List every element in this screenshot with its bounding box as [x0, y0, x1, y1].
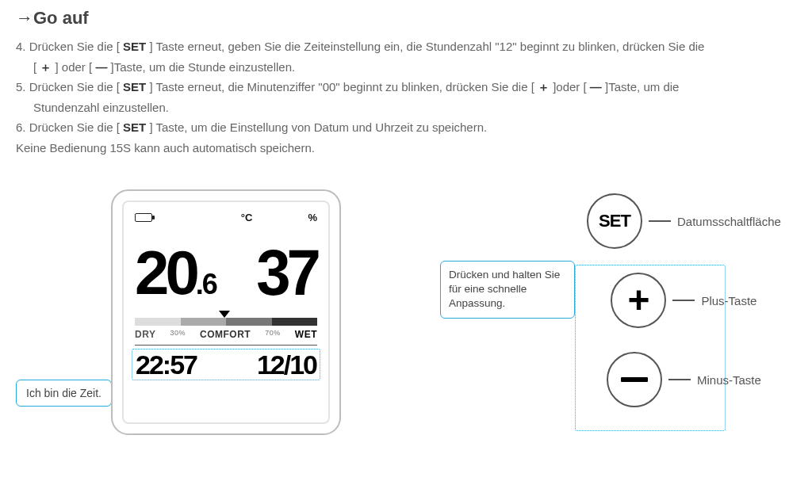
plus-sym: ＋ [538, 80, 550, 94]
set-text: SET [123, 120, 146, 134]
connector-line [649, 220, 671, 222]
minus-sym: — [95, 60, 107, 74]
plus-button-row: + Plus-Taste [611, 273, 756, 328]
text: 6. Drücken Sie die [ [16, 120, 123, 134]
device-screen: °C % 20.6 37 DRY [122, 200, 330, 424]
temp-int: 20 [135, 238, 196, 307]
date-value: 12/10 [257, 351, 316, 378]
minus-sym: — [590, 80, 602, 94]
section-heading: →Go auf [16, 8, 796, 29]
label-dry: DRY [135, 329, 155, 340]
auto-save-note: Keine Bedienung 15S kann auch automatisc… [16, 138, 796, 158]
set-text: SET [123, 80, 146, 94]
minus-button-row: Minus-Taste [607, 352, 761, 407]
minus-button[interactable] [607, 352, 662, 407]
battery-icon [135, 213, 152, 222]
set-button-row: SET Datumsschaltfläche [587, 193, 781, 249]
buttons-column: SET Datumsschaltfläche + Plus-Taste Minu… [587, 193, 781, 407]
unit-row: °C % [241, 212, 317, 223]
humidity-value: 37 [256, 240, 317, 305]
step-6: 6. Drücken Sie die [ SET ] Taste, um die… [16, 117, 796, 138]
plus-button-label: Plus-Taste [701, 294, 756, 307]
step-5-cont: Stundenzahl einzustellen. [16, 97, 796, 118]
plus-button[interactable]: + [611, 273, 666, 328]
set-button-label: Datumsschaltfläche [677, 215, 781, 228]
text: ]oder [ [550, 80, 590, 94]
minus-button-label: Minus-Taste [697, 373, 761, 387]
text: 5. Drücken Sie die [ [16, 80, 123, 94]
set-button[interactable]: SET [587, 193, 642, 249]
time-callout: Ich bin die Zeit. [16, 380, 112, 407]
time-date-row: 22:57 12/10 [132, 349, 320, 380]
text: ]Taste, um die [602, 80, 680, 94]
big-readout: 20.6 37 [135, 224, 317, 304]
text: 4. Drücken Sie die [ [16, 40, 123, 53]
step-5: 5. Drücken Sie die [ SET ] Taste erneut,… [16, 77, 796, 97]
label-comfort: COMFORT [200, 329, 251, 340]
set-text: SET [123, 40, 146, 53]
label-wet: WET [295, 329, 317, 340]
label-30: 30% [170, 329, 186, 340]
label-70: 70% [265, 329, 281, 340]
plus-sym: ＋ [40, 60, 52, 74]
comfort-pointer-icon [219, 311, 230, 318]
figure-area: Ich bin die Zeit. °C % 20.6 37 [16, 174, 796, 459]
connector-line [672, 300, 695, 301]
step-4: 4. Drücken Sie die [ SET ] Taste erneut,… [16, 36, 796, 57]
step-4-cont: [ ＋ ] oder [ — ]Taste, um die Stunde ein… [16, 57, 796, 78]
humidity-unit: % [308, 212, 317, 223]
instruction-list: 4. Drücken Sie die [ SET ] Taste erneut,… [16, 36, 796, 158]
hold-callout: Drücken und halten Sie für eine schnelle… [440, 261, 575, 319]
temp-dec: .6 [196, 268, 216, 300]
minus-icon [621, 377, 648, 382]
text: ] oder [ [52, 60, 95, 74]
text: ]Taste, um die Stunde einzustellen. [107, 60, 295, 74]
thermo-device: °C % 20.6 37 DRY [111, 189, 341, 435]
temperature-value: 20.6 [135, 242, 216, 304]
time-value: 22:57 [136, 351, 197, 378]
comfort-scale: DRY 30% COMFORT 70% WET [135, 318, 317, 340]
text: ] Taste, um die Einstellung von Datum un… [146, 120, 487, 134]
device-wrap: Ich bin die Zeit. °C % 20.6 37 [111, 189, 341, 435]
connector-line [668, 379, 691, 380]
top-row: °C % [135, 210, 317, 224]
comfort-bar [135, 318, 317, 326]
text: ] Taste erneut, die Minutenziffer "00" b… [146, 80, 538, 94]
divider [135, 345, 317, 346]
comfort-labels: DRY 30% COMFORT 70% WET [135, 329, 317, 340]
temp-unit: °C [241, 212, 253, 223]
text: ] Taste erneut, geben Sie die Zeiteinste… [146, 40, 704, 53]
